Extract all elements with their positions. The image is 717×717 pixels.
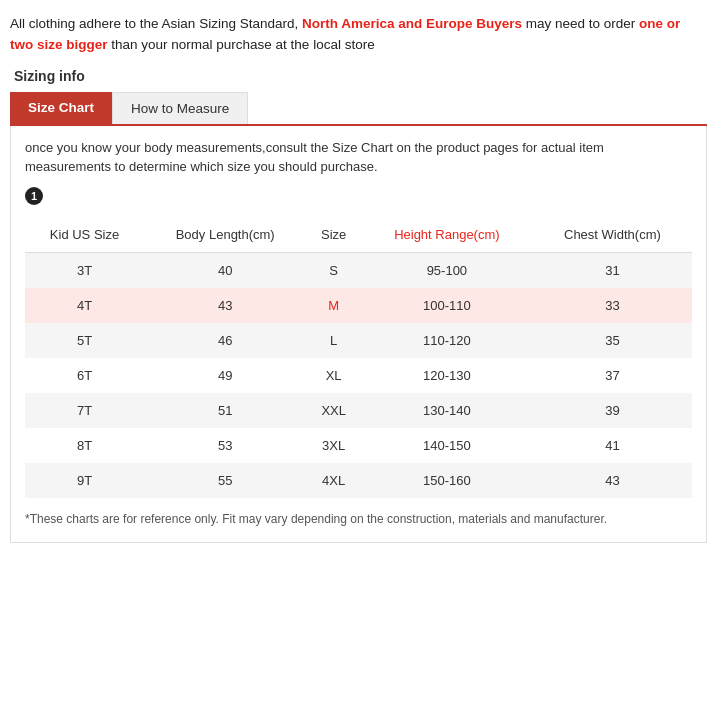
header-chest-width: Chest Width(cm) [533,217,692,253]
cell-chest-width: 37 [533,358,692,393]
cell-chest-width: 31 [533,252,692,288]
intro-paragraph: All clothing adhere to the Asian Sizing … [10,14,707,56]
cell-height-range: 120-130 [361,358,533,393]
table-row: 4T43M100-11033 [25,288,692,323]
table-row: 5T46L110-12035 [25,323,692,358]
cell-chest-width: 43 [533,463,692,498]
table-row: 3T40S95-10031 [25,252,692,288]
header-body-length: Body Length(cm) [144,217,306,253]
table-row: 6T49XL120-13037 [25,358,692,393]
intro-text-middle: may need to order [522,16,639,31]
header-size: Size [306,217,361,253]
cell-us-size: 5T [25,323,144,358]
cell-us-size: 3T [25,252,144,288]
table-row: 8T533XL140-15041 [25,428,692,463]
cell-body-length: 49 [144,358,306,393]
cell-us-size: 8T [25,428,144,463]
tab-how-to-measure[interactable]: How to Measure [112,92,248,124]
cell-chest-width: 41 [533,428,692,463]
intro-text-after: than your normal purchase at the local s… [108,37,375,52]
cell-height-range: 100-110 [361,288,533,323]
header-height-range: Height Range(cm) [361,217,533,253]
tab-content-size-chart: once you know your body measurements,con… [10,126,707,543]
sizing-info-label: Sizing info [10,68,707,84]
cell-size: XXL [306,393,361,428]
cell-size: 4XL [306,463,361,498]
cell-size: XL [306,358,361,393]
cell-size: 3XL [306,428,361,463]
cell-size: L [306,323,361,358]
cell-height-range: 150-160 [361,463,533,498]
cell-us-size: 9T [25,463,144,498]
footnote-text: *These charts are for reference only. Fi… [25,510,692,528]
table-header-row: Kid US Size Body Length(cm) Size Height … [25,217,692,253]
cell-chest-width: 35 [533,323,692,358]
cell-height-range: 110-120 [361,323,533,358]
cell-us-size: 7T [25,393,144,428]
header-us-size: Kid US Size [25,217,144,253]
cell-us-size: 4T [25,288,144,323]
cell-body-length: 46 [144,323,306,358]
cell-height-range: 95-100 [361,252,533,288]
cell-body-length: 55 [144,463,306,498]
intro-highlight-na-europe: North America and Europe Buyers [302,16,522,31]
table-row: 9T554XL150-16043 [25,463,692,498]
instruction-text: once you know your body measurements,con… [25,138,692,177]
cell-us-size: 6T [25,358,144,393]
cell-size: M [306,288,361,323]
cell-height-range: 130-140 [361,393,533,428]
step-number: 1 [25,187,43,205]
size-chart-table: Kid US Size Body Length(cm) Size Height … [25,217,692,498]
cell-size: S [306,252,361,288]
cell-body-length: 51 [144,393,306,428]
cell-height-range: 140-150 [361,428,533,463]
intro-text-before: All clothing adhere to the Asian Sizing … [10,16,302,31]
cell-body-length: 53 [144,428,306,463]
tab-size-chart[interactable]: Size Chart [10,92,112,124]
cell-body-length: 40 [144,252,306,288]
cell-chest-width: 33 [533,288,692,323]
cell-chest-width: 39 [533,393,692,428]
table-row: 7T51XXL130-14039 [25,393,692,428]
cell-body-length: 43 [144,288,306,323]
tab-bar: Size Chart How to Measure [10,92,707,126]
